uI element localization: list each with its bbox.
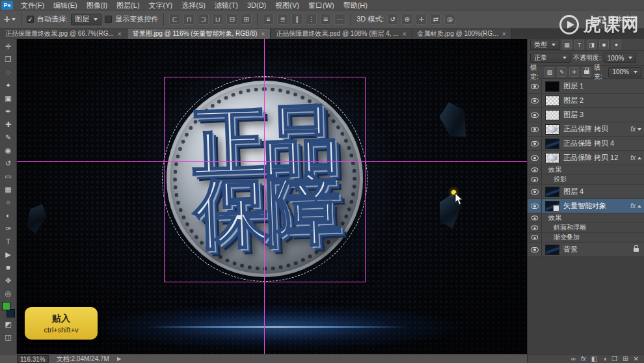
align-top-icon[interactable]: ⊔ — [212, 14, 223, 25]
distribute-middle-icon[interactable]: ≣ — [277, 14, 288, 25]
lasso-tool[interactable]: ◌ — [1, 66, 16, 79]
lock-transparency-icon[interactable]: ▨ — [544, 67, 554, 77]
layer-row[interactable]: 图层 3 — [528, 108, 644, 122]
path-selection-tool[interactable]: ▶ — [1, 248, 16, 261]
tab-close-icon[interactable]: × — [118, 31, 122, 38]
filter-shape-icon[interactable]: ■ — [599, 40, 609, 49]
menu-select[interactable]: 选择(S) — [177, 0, 210, 10]
auto-select-checkbox[interactable] — [27, 16, 34, 23]
menu-image[interactable]: 图像(I) — [82, 0, 112, 10]
eyedropper-tool[interactable]: ✒ — [1, 105, 16, 118]
fx-badge[interactable]: fx — [630, 126, 641, 133]
distribute-center-icon[interactable]: ≋ — [320, 14, 331, 25]
current-tool-icon[interactable]: ✛ — [4, 15, 16, 24]
document-tab-active[interactable]: 背景图.jpg @ 116% (矢量智能对象, RGB/8)× — [127, 29, 271, 39]
effect-row[interactable]: 投影 — [528, 175, 644, 185]
distribute-top-icon[interactable]: ≡ — [263, 14, 274, 25]
link-layers-icon[interactable]: ∞ — [571, 355, 576, 363]
zoom-tool[interactable]: ◎ — [1, 287, 16, 300]
layer-row-background[interactable]: 背景 — [528, 243, 644, 257]
color-swatches[interactable] — [2, 302, 15, 317]
visibility-toggle[interactable] — [528, 223, 542, 232]
new-adjustment-layer-icon[interactable]: ◑ — [602, 355, 606, 363]
dodge-tool[interactable]: ◐ — [1, 209, 16, 222]
distribute-bottom-icon[interactable]: ∥ — [291, 14, 302, 25]
history-brush-tool[interactable]: ↺ — [1, 157, 16, 170]
add-layer-style-icon[interactable]: fx — [581, 355, 586, 363]
move-tool[interactable]: ✛ — [1, 40, 16, 53]
quick-mask-button[interactable]: ◩ — [1, 317, 16, 330]
screen-mode-button[interactable]: ◫ — [1, 330, 16, 343]
opacity-field[interactable]: 100% — [604, 53, 637, 63]
layer-row[interactable]: 正品保障 拷贝 fx — [528, 122, 644, 137]
document-tab[interactable]: 金属材质.jpg @ 100%(RG...× — [412, 29, 512, 39]
new-layer-icon[interactable]: ⊞ — [623, 355, 628, 363]
visibility-toggle[interactable] — [528, 79, 542, 93]
align-middle-v-icon[interactable]: ⊟ — [226, 14, 237, 25]
filter-adjustment-icon[interactable]: ◨ — [587, 40, 597, 49]
tab-close-icon[interactable]: × — [502, 31, 506, 38]
layer-row[interactable]: 图层 4 — [528, 185, 644, 199]
visibility-toggle[interactable] — [528, 175, 542, 184]
menu-help[interactable]: 帮助(H) — [339, 0, 372, 10]
menu-3d[interactable]: 3D(D) — [243, 0, 271, 10]
visibility-toggle[interactable] — [528, 108, 542, 122]
3d-roll-icon[interactable]: ⊕ — [401, 14, 412, 25]
fx-badge[interactable]: fx — [630, 154, 641, 161]
add-layer-mask-icon[interactable]: ◧ — [591, 355, 597, 363]
gradient-tool[interactable]: ▦ — [1, 183, 16, 196]
status-popup-arrow-icon[interactable]: ▶ — [117, 356, 121, 362]
document-tab[interactable]: 正品保障最终效果.psd @ 108% (图层 4, ...× — [271, 29, 412, 39]
crop-tool[interactable]: ▣ — [1, 92, 16, 105]
lock-pixels-icon[interactable]: ✎ — [557, 67, 567, 77]
effect-row[interactable]: 斜面和浮雕 — [528, 223, 644, 233]
brush-tool[interactable]: ✎ — [1, 131, 16, 144]
visibility-toggle[interactable] — [528, 199, 542, 213]
filter-pixel-icon[interactable]: ▦ — [562, 40, 572, 49]
3d-pan-icon[interactable]: ✛ — [416, 14, 427, 25]
blur-tool[interactable]: ○ — [1, 196, 16, 209]
show-transform-checkbox[interactable] — [105, 16, 112, 23]
zoom-level-field[interactable]: 116.31% — [17, 355, 49, 363]
foreground-color-swatch[interactable] — [2, 302, 10, 310]
visibility-toggle[interactable] — [528, 137, 542, 150]
visibility-toggle[interactable] — [528, 122, 542, 136]
auto-select-target-dropdown[interactable]: 图层 — [71, 14, 101, 25]
lock-position-icon[interactable]: ✛ — [569, 67, 579, 77]
tab-close-icon[interactable]: × — [403, 31, 407, 38]
document-tab[interactable]: 正品保障最终效果.jpg @ 66.7%(RG...× — [0, 29, 127, 39]
3d-slide-icon[interactable]: ⇄ — [430, 14, 441, 25]
quick-selection-tool[interactable]: ✦ — [1, 79, 16, 92]
menu-file[interactable]: 文件(F) — [16, 0, 49, 10]
menu-view[interactable]: 视图(V) — [271, 0, 304, 10]
shape-tool[interactable]: ■ — [1, 261, 16, 274]
align-right-icon[interactable]: ⊐ — [198, 14, 209, 25]
layer-row[interactable]: 图层 1 — [528, 79, 644, 94]
layer-row[interactable]: 图层 2 — [528, 94, 644, 108]
vertical-guide[interactable] — [264, 39, 265, 354]
clone-stamp-tool[interactable]: ◉ — [1, 144, 16, 157]
hand-tool[interactable]: ✥ — [1, 274, 16, 287]
align-center-h-icon[interactable]: ⊓ — [183, 14, 195, 25]
visibility-toggle[interactable] — [528, 151, 542, 165]
blend-mode-dropdown[interactable]: 正常 — [530, 53, 570, 63]
lock-all-icon[interactable] — [582, 67, 591, 77]
spot-healing-tool[interactable]: ✚ — [1, 118, 16, 131]
menu-window[interactable]: 窗口(W) — [304, 0, 339, 10]
menu-layer[interactable]: 图层(L) — [112, 0, 144, 10]
menu-type[interactable]: 文字(Y) — [144, 0, 178, 10]
tab-close-icon[interactable]: × — [261, 31, 265, 38]
visibility-toggle[interactable] — [528, 243, 542, 256]
align-bottom-icon[interactable]: ⊞ — [241, 14, 252, 25]
effect-row[interactable]: 渐变叠加 — [528, 233, 644, 243]
eraser-tool[interactable]: ▭ — [1, 170, 16, 183]
filter-type-icon[interactable]: T — [574, 40, 584, 49]
effects-header-row[interactable]: 效果 — [528, 213, 644, 223]
kind-filter-dropdown[interactable]: 类型 — [530, 40, 559, 50]
layer-row[interactable]: 正品保障 拷贝 4 — [528, 137, 644, 151]
visibility-toggle[interactable] — [528, 165, 542, 174]
fill-field[interactable]: 100% — [608, 67, 641, 77]
filter-smart-object-icon[interactable]: ● — [611, 40, 621, 49]
pen-tool[interactable]: ✑ — [1, 222, 16, 235]
menu-edit[interactable]: 编辑(E) — [49, 0, 82, 10]
